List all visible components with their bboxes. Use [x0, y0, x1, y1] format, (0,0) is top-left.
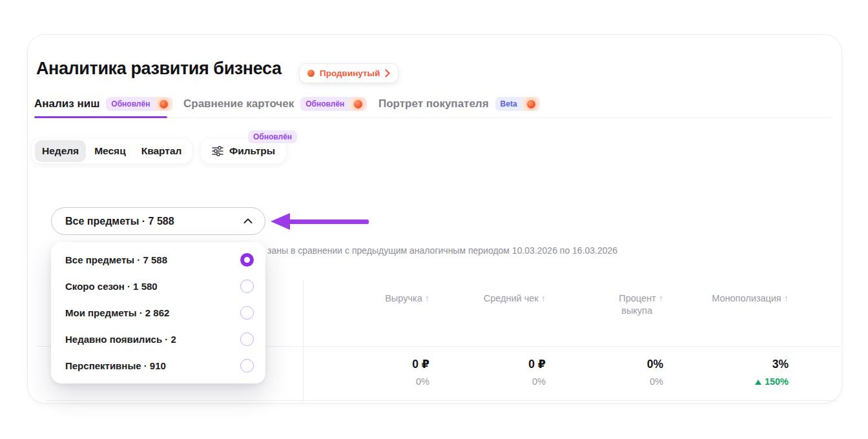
updated-badge: Обновлён — [300, 97, 367, 111]
chevron-up-icon — [243, 218, 253, 224]
column-header-monopolization[interactable]: Монополизация ↑ — [679, 292, 789, 305]
option-season-soon[interactable]: Скоро сезон · 1 580 — [51, 273, 265, 300]
trend-up-icon — [755, 380, 761, 385]
active-tab-indicator — [34, 116, 167, 118]
tab-label: Сравнение карточек — [183, 97, 294, 110]
tab-card-comparison[interactable]: Сравнение карточек Обновлён — [183, 96, 367, 112]
radio-icon[interactable] — [240, 306, 254, 320]
plan-level-badge[interactable]: Продвинутый — [300, 64, 398, 83]
beta-badge: Beta — [495, 97, 540, 111]
sort-up-icon: ↑ — [784, 293, 789, 303]
page-title: Аналитика развития бизнеса — [36, 59, 282, 79]
radio-icon[interactable] — [240, 280, 254, 293]
filters-label: Фильтры — [229, 145, 275, 157]
period-month-button[interactable]: Месяц — [87, 140, 133, 162]
radio-icon[interactable] — [240, 332, 254, 346]
sort-up-icon: ↑ — [425, 293, 429, 303]
period-quarter-button[interactable]: Квартал — [134, 140, 189, 162]
option-promising[interactable]: Перспективные · 910 — [51, 352, 265, 379]
sort-up-icon: ↑ — [541, 293, 546, 303]
updated-badge: Обновлён — [106, 97, 172, 111]
chevron-right-icon — [385, 69, 390, 77]
tab-niche-analysis[interactable]: Анализ ниш Обновлён — [34, 96, 172, 112]
sliders-icon — [212, 146, 223, 156]
annotation-arrow — [271, 213, 290, 230]
option-recently-appeared[interactable]: Недавно появились · 2 — [51, 326, 265, 352]
subject-dropdown-value: Все предметы · 7 588 — [65, 216, 174, 227]
cell-avg-check: 0 ₽ 0% — [436, 358, 546, 387]
column-header-buyout-percent[interactable]: Процент ↑ выкупа — [553, 292, 663, 317]
plan-level-label: Продвинутый — [320, 68, 380, 78]
column-header-avg-check[interactable]: Средний чек ↑ — [436, 292, 546, 305]
column-header-revenue[interactable]: Выручка ↑ — [320, 292, 429, 305]
radio-icon[interactable] — [240, 359, 254, 373]
subject-dropdown-trigger[interactable]: Все предметы · 7 588 — [51, 207, 265, 235]
table-bottom-divider — [46, 400, 836, 401]
cell-buyout-percent: 0% 0% — [553, 358, 663, 387]
tab-label: Анализ ниш — [34, 97, 99, 110]
orange-dot-icon — [354, 100, 362, 108]
option-my-subjects[interactable]: Мои предметы · 2 862 — [51, 300, 265, 326]
sort-up-icon: ↑ — [659, 293, 663, 303]
period-segmented-control: Неделя Месяц Квартал — [32, 139, 192, 163]
cell-monopolization: 3% 150% — [679, 358, 789, 387]
tab-label: Портрет покупателя — [378, 97, 489, 110]
filters-updated-badge: Обновлён — [248, 130, 297, 143]
orange-dot-icon — [527, 100, 535, 108]
subject-dropdown-panel: Все предметы · 7 588 Скоро сезон · 1 580… — [51, 242, 265, 383]
cell-revenue: 0 ₽ 0% — [320, 358, 429, 387]
table-column-divider — [303, 280, 304, 402]
period-week-button[interactable]: Неделя — [35, 140, 86, 162]
orange-dot-icon — [307, 70, 315, 77]
option-all-subjects[interactable]: Все предметы · 7 588 — [51, 247, 265, 273]
comparison-period-note: заны в сравнении с предыдущим аналогичны… — [267, 245, 617, 256]
tab-buyer-portrait[interactable]: Портрет покупателя Beta — [378, 96, 540, 112]
orange-dot-icon — [160, 100, 168, 108]
radio-checked-icon[interactable] — [240, 253, 254, 267]
analytics-card: Аналитика развития бизнеса Продвинутый А… — [27, 34, 842, 403]
